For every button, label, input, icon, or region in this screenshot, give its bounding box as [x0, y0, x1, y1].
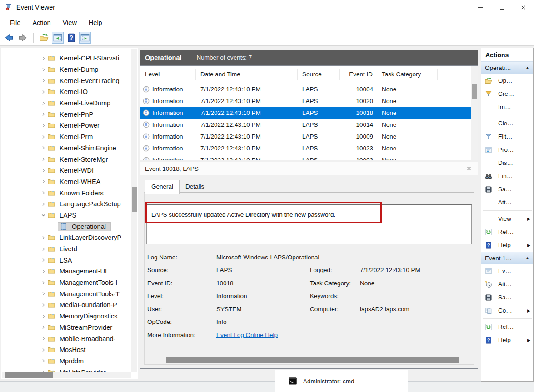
close-button[interactable] [513, 0, 534, 15]
tree-item-mistreamprovider[interactable]: MiStreamProvider [1, 322, 131, 333]
chevron-right-icon[interactable] [40, 279, 47, 286]
column-header-source[interactable]: Source [298, 69, 340, 80]
tree-item-languagepacksetup[interactable]: LanguagePackSetup [1, 198, 131, 210]
tree-item-kernel-shimengine[interactable]: Kernel-ShimEngine [1, 143, 131, 154]
event-log-online-help-link[interactable]: Event Log Online Help [216, 332, 278, 338]
tab-general[interactable]: General [145, 180, 180, 194]
tree-item-lsa[interactable]: LSA [1, 254, 131, 266]
action-cre[interactable]: Cre… [481, 87, 533, 100]
action-dis[interactable]: Dis… [481, 156, 533, 169]
details-hscroll-thumb[interactable] [166, 357, 459, 363]
action-im[interactable]: Im… [481, 100, 533, 114]
menu-file[interactable]: File [4, 17, 26, 29]
open-saved-log-button[interactable] [38, 32, 50, 44]
tree-item-kernel-livedump[interactable]: Kernel-LiveDump [1, 98, 131, 109]
action-filt[interactable]: Filt… [481, 130, 533, 143]
event-row-10004[interactable]: Information7/1/2022 12:43:10 PMLAPS10004… [140, 83, 471, 95]
chevron-right-icon[interactable] [40, 234, 47, 241]
back-button[interactable] [3, 32, 15, 44]
maximize-button[interactable] [491, 0, 513, 15]
tree-item-kernel-prm[interactable]: Kernel-Prm [1, 131, 131, 143]
chevron-right-icon[interactable] [40, 200, 47, 208]
tree-item-mprddm[interactable]: Mprddm [1, 356, 131, 367]
tree-item-management-ui[interactable]: Management-UI [1, 266, 131, 277]
tree-item-kernel-wdi[interactable]: Kernel-WDI [1, 165, 131, 176]
event-row-10014[interactable]: Information7/1/2022 12:43:10 PMLAPS10014… [140, 119, 471, 130]
collapse-caret-icon[interactable]: ▲ [525, 65, 529, 70]
chevron-right-icon[interactable] [40, 346, 47, 353]
chevron-right-icon[interactable] [40, 88, 47, 95]
actions-section-header-operati[interactable]: Operati…▲ [481, 61, 533, 74]
show-action-pane-button[interactable] [79, 32, 91, 44]
action-op[interactable]: Op… [481, 74, 533, 87]
chevron-right-icon[interactable] [40, 99, 47, 107]
tree-item-moshost[interactable]: MosHost [1, 344, 131, 356]
chevron-right-icon[interactable] [40, 335, 47, 342]
tree-item-kernel-eventtracing[interactable]: Kernel-EventTracing [1, 75, 131, 86]
tree-item-kernel-storemgr[interactable]: Kernel-StoreMgr [1, 154, 131, 165]
actions-section-header-event-1[interactable]: Event 1…▲ [481, 252, 533, 264]
tree-item-mslbfoprovider[interactable]: MsLbfoProvider [1, 367, 131, 372]
tree-item-kernel-power[interactable]: Kernel-Power [1, 120, 131, 131]
event-row-10018[interactable]: Information7/1/2022 12:43:10 PMLAPS10018… [140, 107, 471, 119]
show-console-tree-button[interactable] [52, 32, 64, 44]
tree-item-kernel-dump[interactable]: Kernel-Dump [1, 64, 131, 75]
chevron-right-icon[interactable] [40, 257, 47, 264]
tree-item-operational[interactable]: Operational [1, 221, 131, 232]
taskbar-preview[interactable]: Administrator: cmd [275, 370, 408, 392]
action-ref[interactable]: Ref… [481, 225, 533, 238]
minimize-button[interactable] [470, 0, 491, 15]
action-ev[interactable]: Ev… [481, 264, 533, 278]
column-header-date-and-time[interactable]: Date and Time [196, 69, 298, 80]
tree-item-mediafoundation-p[interactable]: MediaFoundation-P [1, 299, 131, 311]
tree-item-memorydiagnostics[interactable]: MemoryDiagnostics [1, 311, 131, 322]
chevron-right-icon[interactable] [40, 144, 47, 152]
tree-item-kernel-whea[interactable]: Kernel-WHEA [1, 176, 131, 188]
chevron-right-icon[interactable] [40, 357, 47, 365]
tree-horizontal-scrollbar[interactable] [2, 372, 131, 378]
chevron-right-icon[interactable] [40, 55, 47, 62]
tree-item-mobile-broadband[interactable]: Mobile-Broadband- [1, 333, 131, 344]
collapse-caret-icon[interactable]: ▲ [525, 256, 529, 260]
event-row-10009[interactable]: Information7/1/2022 12:43:10 PMLAPS10009… [140, 130, 471, 142]
tree-item-kernel-cpu-starvati[interactable]: Kernel-CPU-Starvati [1, 53, 131, 64]
tree-item-managementtools-t[interactable]: ManagementTools-T [1, 288, 131, 299]
chevron-right-icon[interactable] [40, 301, 47, 308]
event-list-scrollbar[interactable] [471, 66, 478, 160]
chevron-right-icon[interactable] [40, 324, 47, 331]
chevron-right-icon[interactable] [40, 66, 47, 73]
tree-item-kernel-io[interactable]: Kernel-IO [1, 86, 131, 98]
chevron-right-icon[interactable] [40, 133, 47, 140]
tree-vertical-scrollbar[interactable] [131, 49, 137, 372]
menu-view[interactable]: View [57, 17, 83, 29]
tree-item-liveid[interactable]: LiveId [1, 243, 131, 255]
event-row-10003[interactable]: Information7/1/2022 12:43:10 PMLAPS10003… [140, 154, 471, 160]
action-view[interactable]: View▶ [481, 212, 533, 225]
chevron-right-icon[interactable] [40, 290, 47, 298]
chevron-right-icon[interactable] [40, 313, 47, 320]
chevron-right-icon[interactable] [40, 156, 47, 163]
tree-hscroll-thumb[interactable] [5, 372, 53, 378]
tree-item-managementtools-i[interactable]: ManagementTools-I [1, 277, 131, 288]
tree-item-laps[interactable]: LAPS [1, 210, 131, 221]
action-ref[interactable]: Ref… [481, 320, 533, 333]
chevron-right-icon[interactable] [40, 178, 47, 185]
column-header-event-id[interactable]: Event ID [340, 69, 377, 80]
tree-vscroll-thumb[interactable] [132, 187, 137, 212]
column-header-level[interactable]: Level [140, 69, 196, 80]
details-close-button[interactable] [465, 164, 473, 173]
action-att[interactable]: Att… [481, 196, 533, 209]
action-help[interactable]: ?Help▶ [481, 333, 533, 347]
event-list-scroll-thumb[interactable] [472, 84, 477, 99]
chevron-down-icon[interactable] [40, 212, 47, 219]
chevron-right-icon[interactable] [40, 77, 47, 84]
chevron-right-icon[interactable] [40, 167, 47, 174]
action-att[interactable]: Att… [481, 278, 533, 291]
action-pro[interactable]: Pro… [481, 143, 533, 156]
chevron-right-icon[interactable] [40, 189, 47, 197]
action-sa[interactable]: Sa… [481, 183, 533, 196]
tree-item-kernel-pnp[interactable]: Kernel-PnP [1, 109, 131, 120]
chevron-right-icon[interactable] [40, 122, 47, 129]
menu-action[interactable]: Action [26, 17, 56, 29]
event-row-10020[interactable]: Information7/1/2022 12:43:10 PMLAPS10020… [140, 95, 471, 107]
